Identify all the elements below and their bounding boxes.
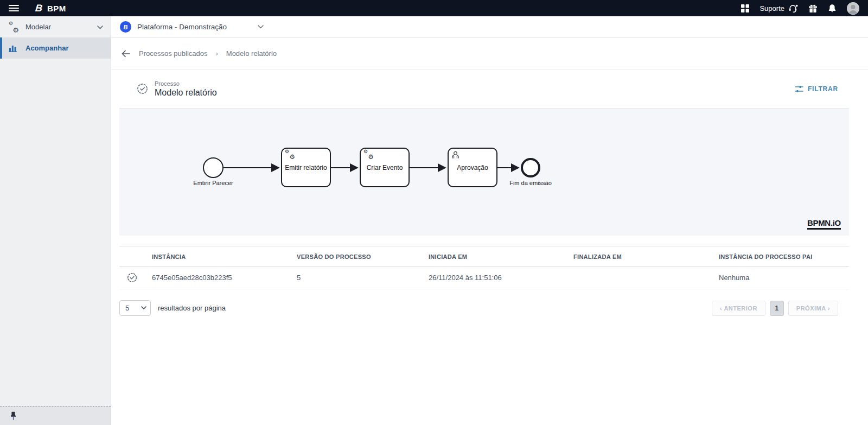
process-title-block: Processo Modelo relatório [155, 80, 217, 98]
column-header-finalizada: FINALIZADA EM [573, 253, 719, 260]
app-name: BPM [47, 4, 66, 13]
table-header-row: INSTÂNCIA VERSÃO DO PROCESSO INICIADA EM… [119, 246, 849, 267]
pagination-bar: 5 resultados por página ‹ ANTERIOR 1 PRÓ… [119, 300, 838, 316]
platform-selector[interactable] [258, 25, 264, 29]
column-header-versao: VERSÃO DO PROCESSO [297, 253, 429, 260]
column-header-iniciada: INICIADA EM [429, 253, 573, 260]
cell-iniciada: 26/11/2024 às 11:51:06 [429, 274, 573, 282]
process-check-icon [137, 83, 148, 94]
instances-table: INSTÂNCIA VERSÃO DO PROCESSO INICIADA EM… [119, 246, 849, 289]
bpmn-diagram-canvas[interactable]: Emtirir Parecer ⚙⚙ Emitir relatório ⚙⚙ C… [119, 108, 849, 236]
topbar-actions: Suporte [741, 2, 859, 15]
app-logo[interactable]: B BPM [35, 3, 66, 14]
bpmn-io-logo[interactable]: BPMN.iO [807, 218, 841, 230]
platform-name: Plataforma - Demonstração [137, 23, 227, 31]
app-layout: ⚙⚙ Modelar Acompanhar B Plataforma - Dem… [0, 16, 868, 425]
sidebar-item-acompanhar[interactable]: Acompanhar [0, 37, 111, 59]
page-size-select[interactable]: 5 [119, 300, 151, 316]
user-task-person-icon [451, 151, 459, 161]
apps-grid-icon[interactable] [741, 4, 749, 12]
column-header-processo-pai: INSTÂNCIA DO PROCESSO PAI [719, 253, 849, 260]
filter-sliders-icon [795, 85, 803, 93]
support-link[interactable]: Suporte [760, 4, 798, 13]
bpmn-task-emitir-relatorio[interactable]: ⚙⚙ Emitir relatório [281, 148, 331, 187]
gift-icon[interactable] [808, 4, 818, 13]
user-avatar[interactable] [847, 2, 859, 15]
sidebar: ⚙⚙ Modelar Acompanhar [0, 16, 111, 425]
page-number-button[interactable]: 1 [770, 301, 784, 316]
row-status-icon [119, 272, 152, 283]
gears-icon: ⚙⚙ [9, 22, 18, 32]
breadcrumb-item-modelo: Modelo relatório [226, 49, 277, 58]
sidebar-footer [0, 406, 111, 425]
headset-icon [788, 4, 798, 13]
process-type-label: Processo [155, 80, 217, 87]
previous-page-button[interactable]: ‹ ANTERIOR [712, 301, 765, 316]
main-content: B Plataforma - Demonstração Processos pu… [111, 16, 868, 425]
column-header-instancia: INSTÂNCIA [152, 253, 297, 260]
hamburger-menu-icon[interactable] [9, 5, 19, 12]
service-task-gears-icon: ⚙⚙ [285, 150, 295, 160]
bpmn-start-event-label: Emtirir Parecer [175, 180, 251, 186]
topbar: B BPM Suporte [0, 0, 868, 16]
breadcrumb: Processos publicados › Modelo relatório [111, 38, 868, 69]
notifications-bell-icon[interactable] [828, 4, 837, 13]
bpmn-task-aprovacao[interactable]: Aprovação [448, 148, 497, 187]
bpmn-task-label: Aprovação [457, 164, 488, 172]
sidebar-item-label: Acompanhar [25, 44, 68, 52]
bpmn-start-event[interactable] [203, 157, 224, 178]
back-arrow-icon[interactable] [121, 49, 131, 58]
sidebar-item-modelar[interactable]: ⚙⚙ Modelar [0, 16, 111, 37]
platform-bar: B Plataforma - Demonstração [111, 16, 868, 38]
service-task-gears-icon: ⚙⚙ [364, 150, 374, 160]
bpmn-task-criar-evento[interactable]: ⚙⚙ Criar Evento [360, 148, 410, 187]
cell-processo-pai: Nenhuma [719, 274, 849, 282]
bpmn-task-label: Emitir relatório [285, 164, 327, 172]
process-header: Processo Modelo relatório FILTRAR [111, 69, 868, 108]
cell-versao: 5 [297, 274, 429, 282]
chevron-down-icon [97, 23, 103, 31]
pager-buttons: ‹ ANTERIOR 1 PRÓXIMA › [712, 301, 838, 316]
breadcrumb-separator: › [215, 49, 218, 58]
cell-instancia: 6745e05aed28c03b223f5 [152, 274, 297, 282]
sidebar-item-label: Modelar [25, 23, 51, 31]
results-per-page-label: resultados por página [158, 304, 226, 312]
logo-letter: B [35, 3, 43, 14]
breadcrumb-item-processos[interactable]: Processos publicados [139, 49, 207, 58]
next-page-button[interactable]: PRÓXIMA › [788, 301, 838, 316]
platform-icon: B [120, 21, 131, 33]
bar-chart-icon [9, 45, 18, 52]
table-row[interactable]: 6745e05aed28c03b223f5 5 26/11/2024 às 11… [119, 267, 849, 289]
filter-button[interactable]: FILTRAR [795, 85, 838, 93]
page-title: Modelo relatório [155, 88, 217, 98]
filter-button-label: FILTRAR [808, 85, 838, 93]
support-label: Suporte [760, 4, 784, 12]
bpmn-end-event[interactable] [521, 158, 540, 177]
page-size-select-wrap: 5 [119, 300, 151, 316]
pin-icon[interactable] [10, 411, 17, 421]
bpmn-end-event-label: Fim da emissão [493, 180, 569, 186]
bpmn-task-label: Criar Evento [367, 164, 403, 172]
